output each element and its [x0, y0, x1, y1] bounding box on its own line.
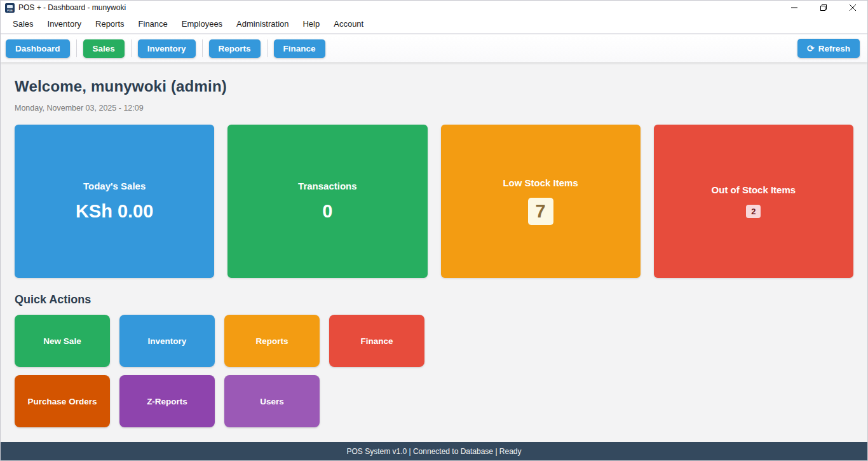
- menu-inventory[interactable]: Inventory: [41, 15, 88, 32]
- finance-button[interactable]: Finance: [329, 315, 424, 367]
- refresh-label: Refresh: [818, 44, 850, 53]
- welcome-heading: Welcome, munywoki (admin): [15, 78, 853, 95]
- stat-value: KSh 0.00: [76, 201, 154, 222]
- z-reports-button[interactable]: Z-Reports: [119, 375, 215, 427]
- refresh-button[interactable]: ⟳ Refresh: [797, 39, 860, 58]
- toolbar-dashboard-button[interactable]: Dashboard: [6, 39, 70, 58]
- toolbar-separator: [131, 39, 132, 57]
- restore-button[interactable]: [809, 1, 838, 15]
- stat-card-out-of-stock: Out of Stock Items 2: [654, 125, 853, 278]
- toolbar-separator: [267, 39, 268, 57]
- users-button[interactable]: Users: [224, 375, 320, 427]
- menu-administration[interactable]: Administration: [229, 15, 295, 32]
- pos-dashboard-window: { "window": { "title": "POS + - Dashboar…: [0, 0, 868, 461]
- inventory-button[interactable]: Inventory: [119, 315, 215, 367]
- quick-actions-row-1: New Sale Inventory Reports Finance: [15, 315, 853, 367]
- purchase-orders-button[interactable]: Purchase Orders: [15, 375, 110, 427]
- stat-card-todays-sales: Today's Sales KSh 0.00: [15, 125, 214, 278]
- status-text: POS System v1.0 | Connected to Database …: [346, 447, 521, 456]
- minimize-button[interactable]: [780, 1, 809, 15]
- stat-cards: Today's Sales KSh 0.00 Transactions 0 Lo…: [15, 125, 853, 278]
- menu-account[interactable]: Account: [327, 15, 370, 32]
- datetime-text: Monday, November 03, 2025 - 12:09: [15, 104, 853, 113]
- window-title: POS + - Dashboard - munywoki: [18, 3, 780, 12]
- menu-reports[interactable]: Reports: [88, 15, 132, 32]
- stat-label: Today's Sales: [83, 181, 146, 191]
- close-button[interactable]: [838, 1, 867, 15]
- stat-label: Transactions: [298, 181, 357, 191]
- menu-finance[interactable]: Finance: [132, 15, 175, 32]
- out-of-stock-badge: 2: [746, 205, 761, 218]
- toolbar-separator: [202, 39, 203, 57]
- stat-label: Out of Stock Items: [712, 184, 796, 195]
- menu-sales[interactable]: Sales: [6, 15, 41, 32]
- toolbar-inventory-button[interactable]: Inventory: [138, 39, 196, 58]
- status-bar: POS System v1.0 | Connected to Database …: [1, 442, 867, 460]
- window-controls: [780, 1, 867, 15]
- toolbar-sales-button[interactable]: Sales: [83, 39, 125, 58]
- title-bar: POS + - Dashboard - munywoki: [1, 1, 867, 15]
- low-stock-badge: 7: [528, 198, 553, 225]
- reports-button[interactable]: Reports: [224, 315, 320, 367]
- dashboard-content: Welcome, munywoki (admin) Monday, Novemb…: [1, 62, 867, 427]
- stat-value: 0: [322, 201, 332, 222]
- toolbar-finance-button[interactable]: Finance: [274, 39, 325, 58]
- stat-card-transactions: Transactions 0: [227, 125, 427, 278]
- toolbar: Dashboard Sales Inventory Reports Financ…: [1, 34, 867, 62]
- toolbar-separator: [76, 39, 77, 57]
- quick-actions-row-2: Purchase Orders Z-Reports Users: [15, 375, 853, 427]
- toolbar-reports-button[interactable]: Reports: [209, 39, 261, 58]
- menu-bar: Sales Inventory Reports Finance Employee…: [1, 15, 867, 34]
- quick-actions-heading: Quick Actions: [15, 293, 853, 306]
- stat-label: Low Stock Items: [503, 177, 578, 188]
- stat-card-low-stock: Low Stock Items 7: [441, 125, 641, 278]
- menu-employees[interactable]: Employees: [175, 15, 229, 32]
- menu-help[interactable]: Help: [295, 15, 327, 32]
- refresh-icon: ⟳: [807, 43, 815, 53]
- app-icon: [5, 3, 15, 13]
- new-sale-button[interactable]: New Sale: [15, 315, 110, 367]
